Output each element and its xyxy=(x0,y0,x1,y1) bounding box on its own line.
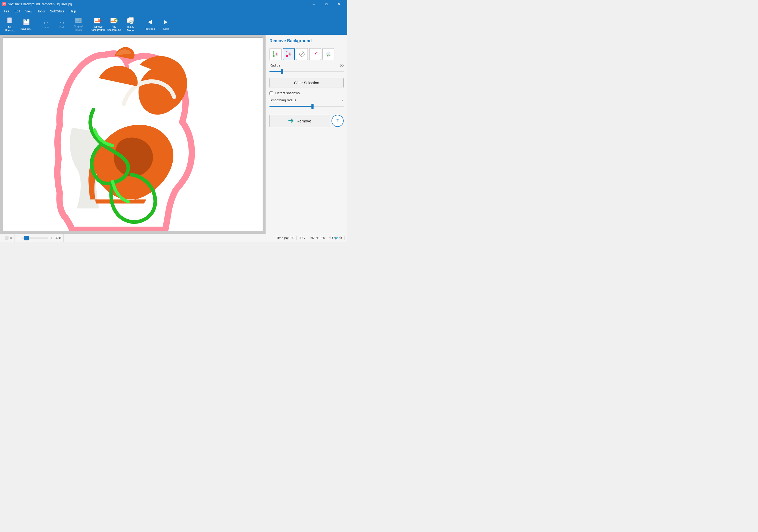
save-as-button[interactable]: Save as... xyxy=(18,16,34,34)
menu-file[interactable]: File xyxy=(2,9,11,14)
app-icon: 🖼 xyxy=(2,2,6,6)
svg-rect-31 xyxy=(286,55,288,57)
svg-point-30 xyxy=(276,53,277,55)
zoom-out-icon[interactable]: ─ xyxy=(17,236,19,240)
remove-background-icon xyxy=(94,17,102,25)
format-value: JPG xyxy=(299,236,305,240)
panel-title: Remove Background xyxy=(269,39,344,43)
menu-edit[interactable]: Edit xyxy=(13,9,22,14)
time-label: Time (s): xyxy=(276,236,289,240)
svg-point-34 xyxy=(289,53,291,55)
remove-bg-label: RemoveBackground xyxy=(90,25,105,32)
foreground-brush-button[interactable] xyxy=(269,48,282,60)
previous-icon xyxy=(146,18,153,27)
detect-shadows-checkbox[interactable] xyxy=(269,91,273,95)
previous-button[interactable]: Previous xyxy=(142,16,157,34)
menu-view[interactable]: View xyxy=(23,9,34,14)
svg-marker-19 xyxy=(148,20,152,24)
radius-section: Radius 50 xyxy=(269,63,344,75)
next-icon xyxy=(162,18,170,27)
next-label: Next xyxy=(163,27,169,31)
squirrel-canvas[interactable] xyxy=(3,38,262,231)
smoothing-section: Smoothing radius 7 xyxy=(269,98,344,110)
close-button[interactable]: ✕ xyxy=(333,0,345,9)
tool-buttons xyxy=(269,48,344,60)
undo-button[interactable]: ↩ Undo xyxy=(38,16,53,34)
menu-softorbits[interactable]: SoftOrbits xyxy=(48,9,66,14)
window-title: SoftOrbits Background Remover - squirrel… xyxy=(8,2,72,6)
previous-label: Previous xyxy=(145,27,155,31)
svg-point-42 xyxy=(329,55,330,56)
original-image-button[interactable]: OriginalImage xyxy=(70,16,86,34)
titlebar-left: 🖼 SoftOrbits Background Remover - squirr… xyxy=(2,2,72,6)
save-as-icon xyxy=(23,18,30,27)
radius-row: Radius 50 xyxy=(269,63,344,67)
twitter-icon[interactable]: 🐦 xyxy=(334,236,338,240)
statusbar: ⬜ ▭ ─ + 32% Time (s): 0.0 JPG 1920x1920 … xyxy=(0,234,347,242)
add-files-icon: + xyxy=(6,17,14,25)
detect-shadows-label[interactable]: Detect shadows xyxy=(275,91,300,95)
svg-rect-27 xyxy=(273,52,274,55)
zoom-in-icon[interactable]: + xyxy=(50,236,52,240)
svg-marker-20 xyxy=(164,20,168,24)
minimize-button[interactable]: ─ xyxy=(308,0,320,9)
batch-mode-icon xyxy=(127,17,134,25)
svg-rect-26 xyxy=(273,55,274,57)
zoom-value: 32% xyxy=(55,236,61,240)
toolbar: + AddFile(s)... Save as... ↩ Undo ↪ Redo xyxy=(0,14,347,35)
svg-rect-4 xyxy=(24,19,27,21)
menu-tools[interactable]: Tools xyxy=(35,9,47,14)
remove-label: Remove xyxy=(297,119,311,123)
canvas-area[interactable] xyxy=(0,35,265,234)
settings-icon[interactable]: ⚙ xyxy=(339,236,342,240)
info-icon[interactable]: ℹ xyxy=(329,236,331,240)
clear-selection-button[interactable]: Clear Selection xyxy=(269,78,344,88)
svg-line-36 xyxy=(300,52,304,56)
eraser-button[interactable] xyxy=(296,48,308,60)
add-files-button[interactable]: + AddFile(s)... xyxy=(2,16,18,34)
facebook-icon[interactable]: f xyxy=(332,236,333,240)
svg-rect-6 xyxy=(25,19,26,21)
dimensions-value: 1920x1920 xyxy=(309,236,325,240)
smoothing-label: Smoothing radius xyxy=(269,98,296,102)
statusbar-dimensions: 1920x1920 xyxy=(307,236,327,240)
statusbar-rect-icon: ▭ xyxy=(10,236,13,240)
save-as-label: Save as... xyxy=(20,27,32,31)
titlebar-controls: ─ □ ✕ xyxy=(308,0,345,9)
zoom-thumb xyxy=(24,236,29,240)
canvas-inner[interactable] xyxy=(3,38,263,231)
batch-mode-button[interactable]: BatchMode xyxy=(122,16,138,34)
original-image-icon xyxy=(75,18,82,24)
svg-rect-5 xyxy=(24,23,29,25)
add-background-icon xyxy=(110,17,118,25)
add-bg-label: AddBackground xyxy=(107,25,121,32)
redo-icon: ↪ xyxy=(60,20,64,25)
statusbar-cursor-icon: ⬜ xyxy=(5,236,9,240)
zoom-track xyxy=(22,238,48,239)
background-brush-button[interactable] xyxy=(283,48,295,60)
remove-background-button[interactable]: RemoveBackground xyxy=(90,16,106,34)
add-background-button[interactable]: AddBackground xyxy=(106,16,122,34)
titlebar: 🖼 SoftOrbits Background Remover - squirr… xyxy=(0,0,347,9)
toolbar-sep-1 xyxy=(36,18,36,31)
help-button[interactable]: ? xyxy=(331,115,344,127)
smoothing-row: Smoothing radius 7 xyxy=(269,98,344,102)
undo-label: Undo xyxy=(43,26,49,29)
color-fill-button[interactable] xyxy=(322,48,334,60)
maximize-button[interactable]: □ xyxy=(321,0,332,9)
statusbar-time: Time (s): 0.0 xyxy=(274,236,297,240)
magic-wand-button[interactable] xyxy=(309,48,321,60)
radius-label: Radius xyxy=(269,63,280,67)
remove-button[interactable]: Remove xyxy=(269,115,330,127)
detect-shadows-row: Detect shadows xyxy=(269,91,344,95)
next-button[interactable]: Next xyxy=(158,16,174,34)
menu-help[interactable]: Help xyxy=(67,9,78,14)
statusbar-tools: ⬜ ▭ xyxy=(3,234,15,242)
undo-icon: ↩ xyxy=(44,20,48,25)
svg-point-8 xyxy=(79,19,81,20)
statusbar-right: Time (s): 0.0 JPG 1920x1920 ℹ f 🐦 ⚙ xyxy=(274,236,345,240)
statusbar-social: ℹ f 🐦 ⚙ xyxy=(327,236,345,240)
redo-button[interactable]: ↪ Redo xyxy=(54,16,70,34)
help-icon: ? xyxy=(336,118,339,123)
radius-value: 50 xyxy=(340,63,344,67)
